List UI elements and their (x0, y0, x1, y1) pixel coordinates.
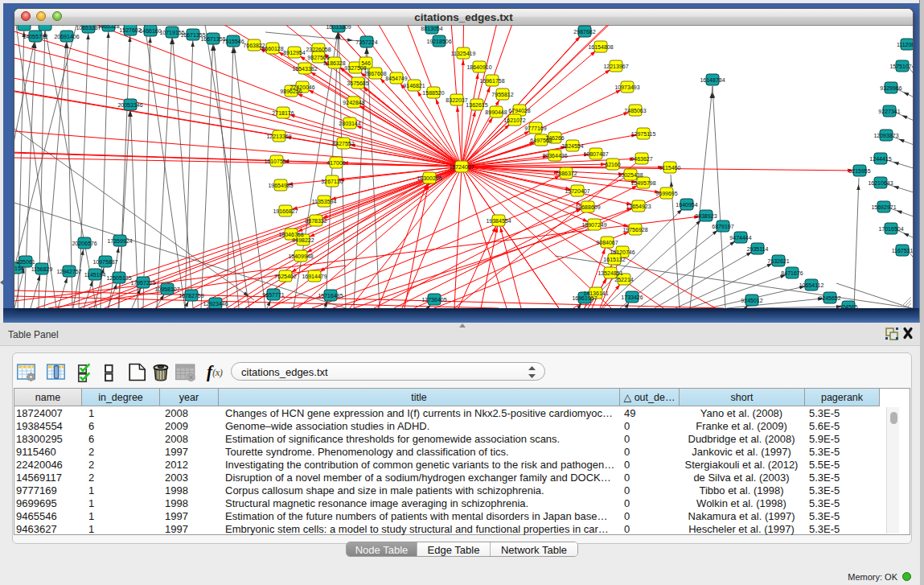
svg-text:9242848: 9242848 (343, 100, 364, 105)
svg-text:12975115: 12975115 (631, 131, 656, 137)
svg-text:15716485: 15716485 (318, 293, 343, 299)
svg-text:10975887: 10975887 (92, 259, 117, 265)
svg-text:62160: 62160 (605, 162, 621, 167)
svg-text:1640954: 1640954 (676, 202, 697, 208)
svg-text:1733426: 1733426 (621, 295, 643, 300)
svg-text:924565: 924565 (839, 304, 857, 309)
svg-text:2987682: 2987682 (573, 29, 595, 35)
svg-text:8471676: 8471676 (781, 270, 803, 276)
svg-text:19756928: 19756928 (622, 227, 647, 233)
svg-text:(x): (x) (212, 368, 224, 378)
svg-text:9245012: 9245012 (741, 298, 762, 303)
svg-text:1112089: 1112089 (897, 42, 913, 47)
svg-text:7625402: 7625402 (274, 274, 296, 279)
svg-text:7357224: 7357224 (355, 39, 377, 45)
svg-text:10025438: 10025438 (618, 172, 643, 178)
svg-text:10807487: 10807487 (583, 151, 608, 157)
svg-text:20206576: 20206576 (72, 241, 97, 246)
svg-text:15751074: 15751074 (889, 64, 913, 69)
svg-text:13524851: 13524851 (598, 270, 622, 276)
svg-text:20364436: 20364436 (542, 153, 567, 159)
svg-text:9896256: 9896256 (280, 89, 302, 94)
svg-text:10688609: 10688609 (575, 204, 600, 210)
svg-text:18640910: 18640910 (466, 64, 491, 70)
svg-text:12213967: 12213967 (603, 64, 628, 69)
svg-text:19384554: 19384554 (486, 218, 511, 224)
svg-text:39154: 39154 (14, 266, 24, 271)
svg-text:835061: 835061 (16, 259, 35, 265)
svg-text:18300295: 18300295 (417, 175, 441, 181)
svg-text:8186328: 8186328 (323, 60, 345, 66)
svg-text:11353594: 11353594 (312, 199, 337, 204)
svg-text:8215955: 8215955 (848, 168, 870, 174)
svg-text:16961957: 16961957 (572, 295, 597, 301)
svg-text:1588520: 1588520 (422, 90, 444, 96)
svg-text:13736405: 13736405 (421, 297, 446, 303)
svg-text:1244415: 1244415 (869, 156, 891, 162)
svg-text:20691406: 20691406 (54, 34, 79, 39)
svg-text:9699695: 9699695 (655, 191, 677, 196)
svg-text:8427552: 8427552 (332, 141, 354, 146)
svg-text:15692971: 15692971 (871, 204, 896, 210)
svg-text:9463627: 9463627 (630, 156, 652, 162)
svg-text:2803144: 2803144 (339, 121, 360, 126)
svg-text:9498222: 9498222 (292, 237, 314, 243)
svg-text:12093873: 12093873 (873, 133, 898, 138)
svg-text:10973493: 10973493 (614, 84, 639, 90)
svg-text:9115460: 9115460 (659, 165, 681, 171)
svg-text:1167531: 1167531 (892, 248, 913, 253)
svg-text:16154808: 16154808 (588, 44, 613, 50)
svg-text:16210643: 16210643 (868, 180, 893, 186)
svg-text:546: 546 (361, 60, 371, 66)
svg-text:16120746: 16120746 (610, 249, 634, 255)
svg-text:10654112: 10654112 (799, 282, 824, 288)
svg-text:15495798: 15495798 (630, 180, 655, 186)
svg-text:7955812: 7955812 (491, 92, 513, 97)
svg-text:19654985: 19654985 (268, 183, 293, 188)
svg-text:16033809: 16033809 (326, 25, 351, 30)
svg-text:6794028: 6794028 (508, 108, 530, 113)
svg-text:8454749: 8454749 (385, 76, 407, 81)
svg-text:1362615: 1362615 (466, 102, 487, 108)
svg-text:9146821: 9146821 (403, 83, 425, 89)
svg-text:15720407: 15720407 (565, 188, 589, 194)
svg-text:7515546: 7515546 (222, 39, 244, 44)
svg-text:2935114: 2935114 (747, 246, 769, 252)
svg-text:2718176: 2718176 (272, 110, 294, 116)
svg-text:3675685: 3675685 (347, 80, 368, 86)
svg-text:8660128: 8660128 (261, 46, 283, 51)
svg-text:16961758: 16961758 (479, 78, 504, 84)
svg-text:7632621: 7632621 (767, 258, 789, 264)
svg-text:9777169: 9777169 (524, 126, 546, 131)
svg-text:19166827: 19166827 (273, 208, 298, 214)
svg-text:7886372: 7886372 (555, 171, 577, 176)
svg-text:8938923: 8938923 (695, 213, 717, 219)
svg-text:12505135: 12505135 (106, 275, 131, 281)
svg-text:7485063: 7485063 (624, 108, 646, 113)
svg-text:15409948: 15409948 (288, 253, 313, 259)
svg-text:252214: 252214 (614, 277, 633, 282)
svg-text:9227341: 9227341 (878, 109, 900, 114)
svg-text:6466160: 6466160 (139, 28, 161, 34)
svg-text:16914479: 16914479 (302, 274, 326, 279)
svg-text:16782759: 16782759 (179, 293, 203, 299)
svg-text:13654923: 13654923 (626, 204, 651, 209)
svg-text:16107554: 16107554 (264, 159, 289, 164)
svg-text:9329966: 9329966 (880, 85, 901, 91)
svg-text:17957225: 17957225 (130, 280, 155, 286)
svg-text:3824554: 3824554 (561, 143, 583, 149)
svg-text:2867608: 2867608 (364, 71, 386, 76)
svg-text:8322037: 8322037 (446, 97, 467, 103)
svg-text:11325419: 11325419 (451, 51, 476, 56)
svg-text:1527602: 1527602 (119, 27, 141, 33)
svg-text:9474444: 9474444 (729, 235, 751, 241)
svg-text:18724007: 18724007 (449, 164, 474, 170)
svg-text:9657771: 9657771 (262, 292, 284, 298)
svg-text:18046768: 18046768 (278, 232, 303, 237)
svg-text:1615132: 1615132 (603, 257, 625, 262)
svg-text:9827509: 9827509 (307, 55, 329, 60)
svg-text:8878332: 8878332 (305, 218, 326, 224)
svg-text:746266: 746266 (545, 135, 564, 141)
svg-text:1156829: 1156829 (31, 266, 53, 272)
svg-text:6879197: 6879197 (712, 224, 733, 229)
